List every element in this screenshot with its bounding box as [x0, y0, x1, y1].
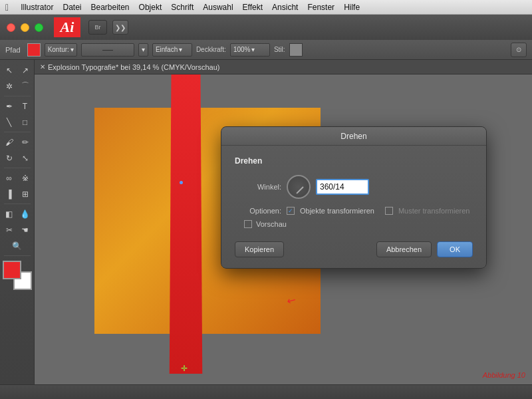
- winkel-label: Winkel:: [235, 183, 281, 191]
- menu-app[interactable]: Illustrator: [21, 3, 53, 12]
- main-area: ↖ ↗ ✲ ⌒ ✒ T ╲ □ 🖌 ✏ ↻ ⤡ ∞ ※ ▐: [0, 60, 532, 384]
- caption: Abbildung 10: [483, 371, 525, 379]
- eyedropper-tool[interactable]: 💧: [17, 206, 33, 221]
- titlebar: Ai Br ❯❯: [0, 15, 532, 40]
- anchor-point: ✛: [181, 364, 188, 373]
- menu-bearbeiten[interactable]: Bearbeiten: [91, 3, 130, 12]
- dialog-body: Drehen Winkel: Optionen: Objekte transfo…: [221, 146, 486, 268]
- paintbrush-tool[interactable]: 🖌: [1, 134, 17, 150]
- winkel-row: Winkel:: [235, 175, 473, 199]
- objekte-checkbox[interactable]: [287, 207, 295, 215]
- einfach-dropdown[interactable]: Einfach ▾: [152, 43, 192, 57]
- einfach-arrow: ▾: [179, 46, 182, 53]
- canvas-container: ✕ Explosion Typografie* bei 39,14 % (CMY…: [35, 60, 532, 384]
- tab-bar: ✕ Explosion Typografie* bei 39,14 % (CMY…: [35, 60, 532, 74]
- color-boxes: [3, 261, 32, 290]
- deckkraft-label: Deckkraft:: [196, 46, 226, 53]
- vorschau-checkbox[interactable]: [244, 220, 252, 228]
- selection-tool[interactable]: ↖: [1, 63, 17, 78]
- gradient-tool[interactable]: ◧: [1, 206, 17, 221]
- tab-close-button[interactable]: ✕: [40, 63, 45, 70]
- apple-menu[interactable]: : [5, 2, 9, 13]
- close-button[interactable]: [7, 23, 15, 32]
- options-bar: Pfad Kontur: ▾ — ▾ Einfach ▾ Deckkraft: …: [0, 40, 532, 60]
- menu-datei[interactable]: Datei: [63, 3, 81, 12]
- muster-checkbox[interactable]: [385, 207, 393, 215]
- menu-objekt[interactable]: Objekt: [139, 3, 162, 12]
- dialog-section-title: Drehen: [235, 156, 473, 166]
- dialog-titlebar: Drehen: [221, 127, 486, 146]
- vorschau-row: Vorschau: [244, 220, 473, 228]
- maximize-button[interactable]: [35, 23, 43, 32]
- stil-swatch[interactable]: [289, 43, 303, 57]
- type-tool[interactable]: T: [17, 98, 33, 114]
- red-shape: [168, 74, 204, 374]
- deckkraft-arrow: ▾: [251, 46, 255, 53]
- optionen-row: Optionen: Objekte transformieren Muster …: [235, 207, 473, 215]
- foreground-color-box[interactable]: [3, 261, 21, 279]
- scale-tool[interactable]: ⤡: [17, 150, 33, 166]
- winkel-input[interactable]: [316, 179, 369, 195]
- line-tool[interactable]: ╲: [1, 114, 17, 130]
- stil-label: Stil:: [274, 46, 285, 53]
- rotate-tool[interactable]: ↻: [1, 150, 17, 166]
- pencil-tool[interactable]: ✏: [17, 134, 33, 150]
- direct-selection-tool[interactable]: ↗: [17, 63, 33, 78]
- mesh-tool[interactable]: ⊞: [17, 186, 33, 201]
- lasso-tool[interactable]: ⌒: [17, 78, 33, 94]
- fill-color-swatch[interactable]: [27, 43, 41, 57]
- vorschau-label: Vorschau: [256, 220, 287, 228]
- ok-button[interactable]: OK: [437, 241, 473, 257]
- right-buttons: Abbrechen OK: [376, 241, 473, 257]
- menu-hilfe[interactable]: Hilfe: [344, 3, 360, 12]
- zoom-tool[interactable]: 🔍: [9, 238, 25, 253]
- objekte-label: Objekte transformieren: [300, 207, 374, 215]
- options-extra-btn[interactable]: ⊙: [511, 43, 527, 57]
- kontur-dropdown[interactable]: Kontur: ▾: [45, 43, 77, 57]
- drehen-dialog: Drehen Drehen Winkel: Optionen: Objekte …: [221, 126, 487, 269]
- menu-effekt[interactable]: Effekt: [243, 3, 263, 12]
- stroke-preview: —: [81, 43, 134, 57]
- transform-dot: [180, 181, 183, 184]
- hand-tool[interactable]: ☚: [17, 222, 33, 237]
- abbrechen-button[interactable]: Abbrechen: [376, 241, 432, 257]
- muster-label: Muster transformieren: [398, 207, 470, 215]
- optionen-label: Optionen:: [235, 207, 281, 215]
- menu-fenster[interactable]: Fenster: [307, 3, 334, 12]
- blend-tool[interactable]: ∞: [1, 170, 17, 186]
- dialog-title: Drehen: [340, 132, 366, 141]
- stroke-weight-arrow: ▾: [142, 46, 145, 53]
- kontur-arrow: ▾: [70, 46, 74, 53]
- arrangement-button[interactable]: ❯❯: [112, 20, 128, 35]
- menu-schrift[interactable]: Schrift: [171, 3, 194, 12]
- kopieren-button[interactable]: Kopieren: [235, 241, 284, 257]
- deckkraft-dropdown[interactable]: 100% ▾: [230, 43, 270, 57]
- tab-title: Explosion Typografie* bei 39,14 % (CMYK/…: [48, 63, 219, 71]
- path-label: Pfad: [5, 46, 21, 54]
- angle-dial[interactable]: [287, 175, 311, 199]
- pen-tool[interactable]: ✒: [1, 98, 17, 114]
- einfach-label: Einfach: [156, 46, 178, 53]
- dialog-buttons: Kopieren Abbrechen OK: [235, 239, 473, 257]
- symbol-tool[interactable]: ※: [17, 170, 33, 186]
- menubar:  Illustrator Datei Bearbeiten Objekt Sc…: [0, 0, 532, 15]
- column-graph-tool[interactable]: ▐: [1, 186, 17, 201]
- dial-indicator: [296, 186, 303, 194]
- toolbar: ↖ ↗ ✲ ⌒ ✒ T ╲ □ 🖌 ✏ ↻ ⤡ ∞ ※ ▐: [0, 60, 35, 384]
- minimize-button[interactable]: [21, 23, 29, 32]
- scissors-tool[interactable]: ✂: [1, 222, 17, 237]
- menu-ansicht[interactable]: Ansicht: [272, 3, 298, 12]
- statusbar: [0, 384, 532, 399]
- kontur-label: Kontur:: [48, 46, 69, 53]
- stroke-weight-dropdown[interactable]: ▾: [138, 43, 148, 57]
- bridge-button[interactable]: Br: [88, 20, 107, 35]
- deckkraft-value: 100%: [233, 46, 251, 53]
- ai-logo: Ai: [54, 17, 80, 37]
- magic-wand-tool[interactable]: ✲: [1, 78, 17, 94]
- menu-auswahl[interactable]: Auswahl: [203, 3, 233, 12]
- shape-tool[interactable]: □: [17, 114, 33, 130]
